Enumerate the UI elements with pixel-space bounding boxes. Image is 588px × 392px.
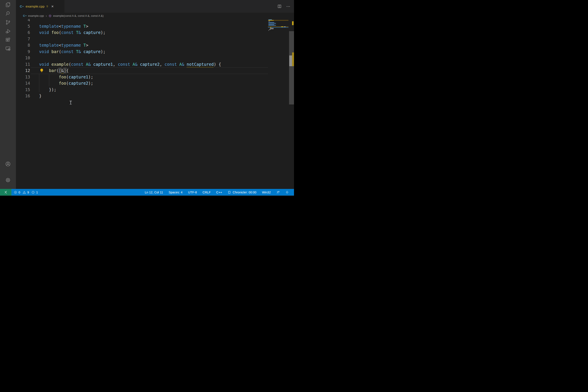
square-icon: [228, 191, 231, 194]
breadcrumb: C++ example.cpp › example(const A &, con…: [16, 13, 294, 19]
code-line-10[interactable]: 10: [16, 55, 268, 61]
language-mode[interactable]: C++: [216, 191, 222, 194]
source-control-icon[interactable]: [5, 20, 11, 25]
tab-label: example.cpp: [26, 4, 44, 8]
code-line-11[interactable]: 11void example(const A& capture1, const …: [16, 61, 268, 68]
code-line-6[interactable]: 6void foo(const T& capture);: [16, 30, 268, 36]
info-count: 1: [36, 191, 38, 194]
code-line-4[interactable]: 4: [16, 19, 268, 23]
code-line-8[interactable]: 8template<typename T>: [16, 42, 268, 48]
indentation-status[interactable]: Spaces: 4: [169, 191, 183, 194]
status-bar-right: Ln 12, Col 11 Spaces: 4 UTF-8 CRLF C++ C…: [145, 189, 294, 196]
tab-problems-badge: 9: [46, 5, 48, 8]
indent-guide: [49, 74, 49, 86]
minimap-row: [268, 30, 288, 31]
chevron-right-icon: ›: [46, 14, 47, 17]
explorer-icon[interactable]: [5, 2, 11, 8]
tab-bar: C++ example.cpp 9 ✕ ⋯: [16, 0, 294, 13]
accounts-icon[interactable]: [5, 161, 11, 167]
code-line-5[interactable]: 5template<typename T>: [16, 23, 268, 30]
cpp-file-icon: C++: [23, 14, 27, 17]
symbol-method-icon: [48, 14, 52, 18]
line-number: 12: [16, 68, 30, 74]
tab-close-icon[interactable]: ✕: [51, 5, 54, 8]
settings-gear-icon[interactable]: [5, 177, 11, 183]
line-number: 5: [16, 23, 30, 30]
error-icon: [14, 191, 17, 194]
eol-status[interactable]: CRLF: [202, 191, 210, 194]
extensions-icon[interactable]: [5, 37, 11, 43]
line-number: 11: [16, 61, 30, 68]
mouse-ibeam-cursor: [70, 101, 72, 104]
encoding-status[interactable]: UTF-8: [188, 191, 197, 194]
status-bar: 0 9 1 Ln 12, Col 11 Spaces: 4 UTF-8 CRLF…: [0, 189, 294, 196]
code-line-12[interactable]: 12 bar([&]{: [16, 68, 268, 74]
platform-status[interactable]: Win32: [262, 191, 271, 194]
line-number: 10: [16, 55, 30, 61]
chronicler-status[interactable]: Chronicler: 00:00: [228, 191, 256, 194]
line-number: 13: [16, 74, 30, 80]
feedback-icon[interactable]: [276, 191, 280, 194]
code-line-7[interactable]: 7: [16, 36, 268, 42]
code-line-9[interactable]: 9void bar(const T& capture);: [16, 48, 268, 55]
code-line-13[interactable]: 13 foo(capture1);: [16, 74, 268, 80]
code-line-15[interactable]: 15 });: [16, 86, 268, 93]
overview-warning-marker: [292, 52, 294, 66]
line-number: 15: [16, 86, 30, 93]
line-number: 16: [16, 93, 30, 99]
line-number: 9: [16, 48, 30, 55]
vscode-window: C++ example.cpp 9 ✕ ⋯ C++ example.cpp › …: [0, 0, 294, 196]
editor-viewport[interactable]: 45template<typename T>6void foo(const T&…: [16, 19, 294, 189]
code-line-14[interactable]: 14 foo(capture2);: [16, 80, 268, 86]
overview-warning-marker: [292, 21, 294, 25]
overview-viewport-marker: [289, 56, 292, 66]
breadcrumb-file[interactable]: example.cpp: [28, 14, 44, 18]
split-editor-icon[interactable]: [278, 4, 282, 8]
warning-icon: [22, 191, 26, 194]
remote-icon: [4, 191, 8, 194]
breadcrumb-symbol[interactable]: example(const A &, const A &, const A &): [53, 14, 104, 18]
search-icon[interactable]: [5, 11, 11, 16]
cpp-file-icon: C++: [20, 5, 24, 8]
line-number: 8: [16, 42, 30, 48]
cursor-position[interactable]: Ln 12, Col 11: [145, 191, 163, 194]
info-icon: [32, 191, 35, 194]
code-line-16[interactable]: 16}: [16, 93, 268, 99]
more-actions-icon[interactable]: ⋯: [286, 5, 290, 8]
error-count: 0: [18, 191, 20, 194]
run-and-debug-icon[interactable]: [5, 28, 11, 34]
lightbulb-icon[interactable]: [39, 68, 44, 73]
problems-status[interactable]: 0 9 1: [14, 189, 38, 196]
notifications-bell-icon[interactable]: [286, 191, 289, 194]
line-number: 7: [16, 36, 30, 42]
activity-bar: [0, 0, 16, 196]
remote-explorer-icon[interactable]: [5, 46, 11, 51]
editor-actions: ⋯: [278, 0, 290, 13]
line-number: 14: [16, 80, 30, 86]
line-number: 4: [16, 19, 30, 23]
tab-example-cpp[interactable]: C++ example.cpp 9 ✕: [16, 0, 64, 13]
window-bottom-edge: [0, 196, 294, 196]
indent-guide: [39, 74, 39, 92]
minimap[interactable]: [268, 19, 289, 189]
scrollbar-overview-ruler: [289, 19, 294, 189]
scrollbar-slider[interactable]: [289, 31, 294, 104]
line-number: 6: [16, 30, 30, 36]
warning-count: 9: [27, 191, 29, 194]
remote-indicator[interactable]: [0, 189, 12, 196]
